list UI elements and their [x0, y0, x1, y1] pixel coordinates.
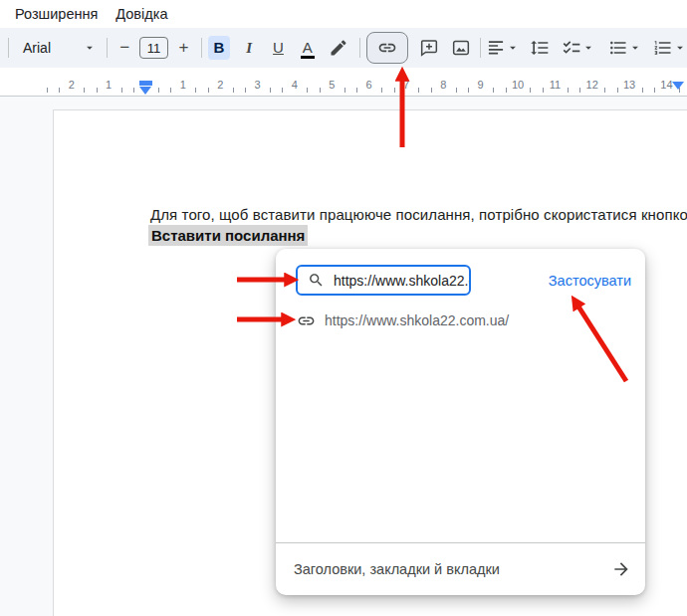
selected-text: Вставити посилання: [148, 225, 308, 246]
text-color-swatch: [301, 56, 315, 60]
toolbar-separator: [8, 38, 9, 58]
increase-font-size-button[interactable]: +: [174, 38, 193, 58]
insert-link-icon: [377, 38, 397, 58]
paragraph-text: Для того, щоб вставити працююче посиланн…: [150, 206, 687, 223]
toolbar-separator: [107, 38, 108, 58]
first-line-indent-marker[interactable]: [139, 81, 152, 86]
link-url-input[interactable]: https://www.shkola22.com: [296, 265, 471, 296]
link-url-value: https://www.shkola22.com: [334, 273, 469, 289]
headings-bookmarks-row[interactable]: Заголовки, закладки й вкладки: [276, 543, 645, 595]
toolbar: Arial − 11 + B I U A: [0, 28, 687, 68]
right-indent-marker[interactable]: [672, 82, 684, 90]
chevron-down-icon: [581, 41, 595, 55]
font-family-value: Arial: [23, 40, 51, 56]
bold-button[interactable]: B: [208, 36, 230, 60]
link-icon: [297, 311, 316, 330]
bulleted-list-icon: [608, 38, 628, 58]
suggested-url: https://www.shkola22.com.ua/: [325, 312, 509, 328]
chevron-down-icon: [506, 41, 520, 55]
italic-button[interactable]: I: [239, 36, 259, 60]
menu-help[interactable]: Довідка: [107, 3, 176, 25]
text-color-label: A: [303, 39, 313, 56]
link-suggestion-item[interactable]: https://www.shkola22.com.ua/: [297, 308, 509, 332]
footer-label: Заголовки, закладки й вкладки: [294, 561, 500, 577]
line-spacing-icon: [530, 38, 550, 58]
highlighted-paragraph: Вставити посилання: [148, 227, 308, 244]
ruler: 211234567891011121314: [0, 77, 687, 97]
highlight-color-button[interactable]: [326, 35, 351, 61]
numbered-list-icon: [653, 38, 673, 58]
insert-image-button[interactable]: [447, 35, 475, 61]
add-comment-icon: [419, 38, 439, 58]
checklist-icon: [562, 38, 581, 58]
google-docs-window: Розширення Довідка Arial − 11 + B I U A: [0, 0, 687, 616]
font-size-input[interactable]: 11: [139, 37, 169, 59]
font-family-select[interactable]: Arial: [23, 40, 97, 56]
toolbar-separator: [480, 38, 481, 58]
insert-link-button[interactable]: [366, 32, 408, 64]
arrow-right-icon: [611, 559, 631, 579]
toolbar-separator: [201, 38, 202, 58]
add-comment-button[interactable]: [415, 35, 443, 61]
menu-extensions[interactable]: Розширення: [6, 3, 107, 25]
bulleted-list-button[interactable]: [608, 38, 642, 58]
chevron-down-icon: [628, 41, 642, 55]
chevron-down-icon: [83, 41, 97, 55]
underline-button[interactable]: U: [268, 36, 288, 60]
chevron-down-icon: [673, 41, 687, 55]
decrease-font-size-button[interactable]: −: [115, 38, 134, 58]
numbered-list-button[interactable]: [653, 38, 687, 58]
apply-button[interactable]: Застосувати: [549, 273, 631, 289]
align-left-icon: [486, 38, 506, 58]
checklist-button[interactable]: [562, 38, 595, 58]
search-icon: [308, 272, 325, 289]
insert-link-dialog: https://www.shkola22.com Застосувати htt…: [276, 249, 645, 595]
menu-bar: Розширення Довідка: [0, 0, 687, 28]
left-indent-marker[interactable]: [139, 87, 151, 95]
align-button[interactable]: [486, 38, 520, 58]
text-color-button[interactable]: A: [298, 36, 318, 60]
line-spacing-button[interactable]: [527, 35, 553, 61]
highlight-pen-icon: [329, 38, 348, 58]
toolbar-separator: [359, 38, 360, 58]
insert-image-icon: [451, 38, 471, 58]
